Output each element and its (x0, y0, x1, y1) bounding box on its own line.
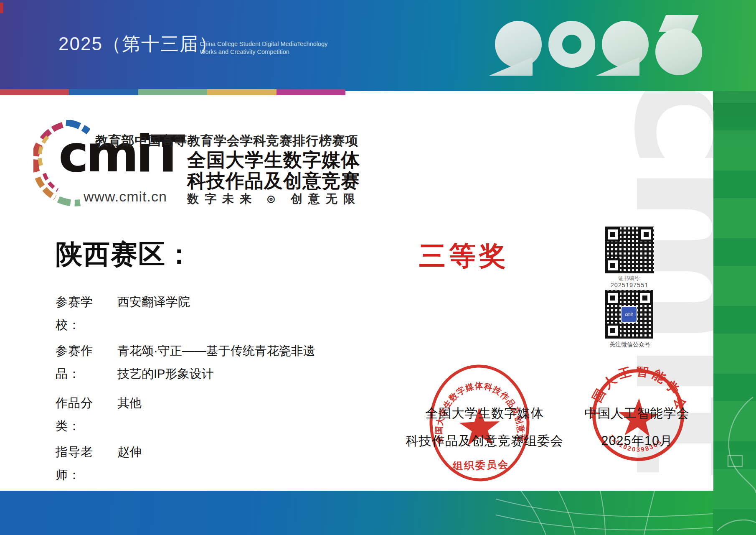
certificate-number-label: 证书编号: (605, 275, 654, 282)
ranking-tagline: 教育部中国高等教育学会学科竞赛排行榜赛项 (95, 132, 358, 150)
qr-finder-icon (639, 227, 653, 242)
stripe-magenta (277, 89, 345, 95)
competition-title-line2: 科技作品及创意竞赛 (187, 168, 360, 194)
detail-label: 指导老师： (56, 441, 117, 487)
right-green-panel (713, 63, 756, 535)
detail-label: 参赛作品： (56, 339, 117, 385)
stripe-gold (207, 89, 276, 95)
stripe-red (0, 89, 69, 95)
region-title: 陕西赛区： (56, 236, 193, 273)
organizing-committee-stamp: 全国大学生数字媒体科技作品及创意竞赛 组织委员会 (425, 362, 534, 485)
english-subtitle: China College Student Digital MediaTechn… (200, 40, 327, 56)
year-digit-2 (495, 21, 542, 77)
corner-accent (0, 3, 3, 13)
edition-title: 2025（第十三届） (58, 32, 218, 56)
website-url: www.cmit.cn (84, 189, 167, 205)
certificate-number-value: 2025197551 (602, 282, 657, 288)
stamp-bottom-text: 组织委员会 (452, 459, 510, 472)
prize-title: 三等奖 (419, 238, 509, 274)
entry-details-list: 参赛学校： 西安翻译学院 参赛作品： 青花颂·守正——基于传统青花瓷非遗技艺的I… (56, 290, 323, 491)
globe-lines-pattern (496, 491, 713, 535)
right-org-line2: 2025年10月 (549, 433, 713, 450)
detail-label: 参赛学校： (56, 290, 117, 336)
detail-row-category: 作品分类： 其他 (56, 392, 323, 438)
wechat-follow-label: 关注微信公众号 (601, 341, 659, 349)
qr-finder-icon (606, 291, 620, 305)
year-digit-2 (602, 21, 649, 77)
qr-finder-icon (606, 324, 620, 338)
detail-row-advisor: 指导老师： 赵伸 (56, 441, 323, 487)
detail-label: 作品分类： (56, 392, 117, 438)
year-digit-0 (548, 21, 595, 77)
stripe-blue (69, 89, 138, 95)
english-subtitle-line1: China College Student Digital MediaTechn… (200, 40, 327, 48)
detail-value: 青花颂·守正——基于传统青花瓷非遗技艺的IP形象设计 (117, 339, 323, 385)
bottom-gradient-bar (0, 491, 713, 535)
detail-value: 赵伸 (117, 441, 323, 487)
header-banner: 2025（第十三届） China College Student Digital… (0, 0, 756, 91)
detail-row-work: 参赛作品： 青花颂·守正——基于传统青花瓷非遗技艺的IP形象设计 (56, 339, 323, 385)
qr-finder-icon (606, 258, 620, 273)
stripe-green (138, 89, 207, 95)
english-subtitle-line2: Works and Creativity Competition (200, 48, 327, 56)
detail-row-school: 参赛学校： 西安翻译学院 (56, 290, 323, 336)
qr-center-logo: cmit (621, 306, 637, 323)
wechat-qr-code: cmit (605, 290, 653, 339)
year-digit-5 (655, 21, 702, 77)
detail-value: 西安翻译学院 (117, 290, 323, 336)
color-stripe-bar (0, 89, 345, 95)
qr-finder-icon (606, 227, 620, 242)
qr-finder-icon (638, 291, 652, 305)
certificate-qr-code (605, 227, 654, 273)
slogan-text: 数字未来 ⊙ 创意无限 (187, 191, 361, 207)
big-year-2025-graphic (495, 21, 702, 77)
circuit-pattern (713, 393, 756, 535)
right-org-line1: 中国人工智能学会 (549, 405, 713, 422)
certificate-card: cmit cmiT 教育部中国高等教育学会学科竞赛排行榜赛项 全国大学生数字媒体… (0, 91, 713, 491)
detail-value: 其他 (117, 392, 323, 438)
